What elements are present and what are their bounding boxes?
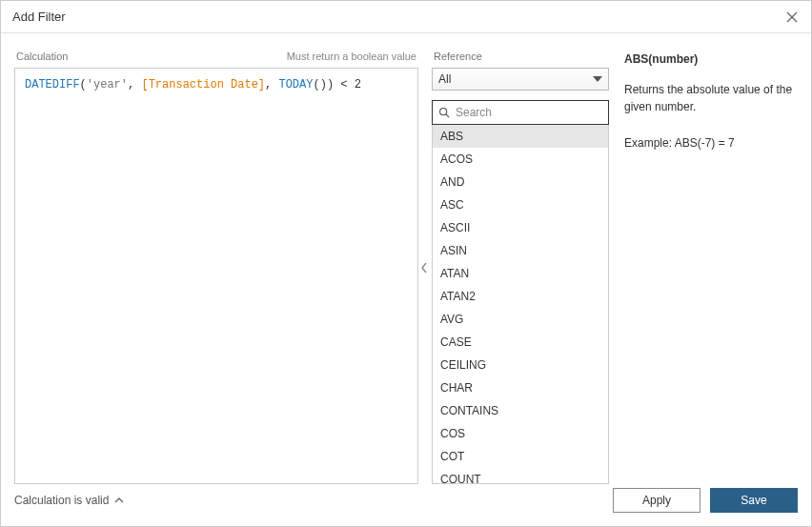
save-button[interactable]: Save [710, 488, 798, 513]
help-signature: ABS(number) [624, 51, 798, 68]
function-item[interactable]: CEILING [433, 354, 608, 376]
token-space [348, 78, 355, 91]
function-item[interactable]: AVG [433, 308, 608, 331]
function-item[interactable]: ATAN2 [433, 285, 608, 308]
calculation-header: Calculation Must return a boolean value [14, 51, 418, 62]
calculation-hint: Must return a boolean value [287, 51, 416, 62]
token-paren: ( [80, 78, 87, 91]
apply-button[interactable]: Apply [613, 488, 700, 513]
dropdown-value: All [438, 72, 451, 86]
function-item[interactable]: COS [433, 422, 608, 445]
svg-line-4 [446, 114, 449, 117]
dialog-title: Add Filter [12, 10, 66, 24]
help-description: Returns the absolute value of the given … [624, 81, 798, 115]
close-button[interactable] [784, 10, 800, 25]
function-item[interactable]: CHAR [433, 376, 608, 399]
svg-point-3 [440, 109, 447, 115]
token-comma: , [128, 78, 141, 91]
save-label: Save [741, 494, 766, 507]
calculation-label: Calculation [16, 51, 68, 62]
function-item[interactable]: COT [433, 445, 608, 468]
reference-search[interactable] [432, 100, 609, 125]
svg-marker-2 [593, 76, 602, 82]
token-comma: , [265, 78, 278, 91]
function-item[interactable]: COUNT [433, 468, 608, 483]
footer-buttons: Apply Save [613, 488, 798, 513]
function-item[interactable]: CONTAINS [433, 399, 608, 422]
search-icon [438, 107, 450, 118]
function-list[interactable]: ABSACOSANDASCASCIIASINATANATAN2AVGCASECE… [433, 125, 608, 483]
reference-category-dropdown[interactable]: All [432, 68, 609, 91]
chevron-down-icon [593, 76, 602, 82]
function-item[interactable]: ACOS [433, 148, 608, 171]
chevron-up-icon [114, 497, 124, 504]
function-item[interactable]: ATAN [433, 262, 608, 285]
calculation-editor[interactable]: DATEDIFF('year', [Transaction Date], TOD… [14, 68, 418, 484]
function-item[interactable]: ASC [433, 193, 608, 216]
add-filter-dialog: Add Filter Calculation Must return a boo… [0, 0, 812, 527]
token-func: TODAY [278, 78, 313, 91]
function-item[interactable]: ASCII [433, 216, 608, 239]
token-number: 2 [355, 78, 361, 91]
help-pane: ABS(number) Returns the absolute value o… [609, 51, 798, 484]
function-item[interactable]: AND [433, 171, 608, 193]
dialog-body: Calculation Must return a boolean value … [1, 33, 811, 484]
calculation-pane: Calculation Must return a boolean value … [14, 51, 418, 484]
titlebar: Add Filter [1, 1, 811, 33]
collapse-reference-handle[interactable] [417, 51, 431, 484]
search-input[interactable] [456, 106, 602, 119]
dialog-footer: Calculation is valid Apply Save [1, 484, 811, 526]
token-paren: ( [313, 78, 319, 91]
token-paren: ) [327, 78, 334, 91]
token-operator: < [340, 78, 347, 91]
reference-pane: Reference All ABSACOSANDASCASCIIASINATAN… [432, 51, 609, 484]
token-paren: ) [320, 78, 327, 91]
reference-label: Reference [434, 51, 482, 62]
function-list-container: ABSACOSANDASCASCIIASINATANATAN2AVGCASECE… [432, 125, 609, 484]
reference-header: Reference [432, 51, 609, 62]
token-func: DATEDIFF [25, 78, 80, 91]
function-item[interactable]: ASIN [433, 239, 608, 262]
apply-label: Apply [642, 494, 671, 507]
chevron-left-icon [419, 261, 429, 274]
function-item[interactable]: ABS [433, 125, 608, 148]
validity-toggle[interactable]: Calculation is valid [14, 494, 124, 507]
help-example: Example: ABS(-7) = 7 [624, 134, 798, 152]
close-icon [785, 10, 799, 24]
token-string: 'year' [87, 78, 128, 91]
function-item[interactable]: CASE [433, 331, 608, 354]
validity-text: Calculation is valid [14, 494, 109, 507]
token-field: [Transaction Date] [141, 78, 265, 91]
